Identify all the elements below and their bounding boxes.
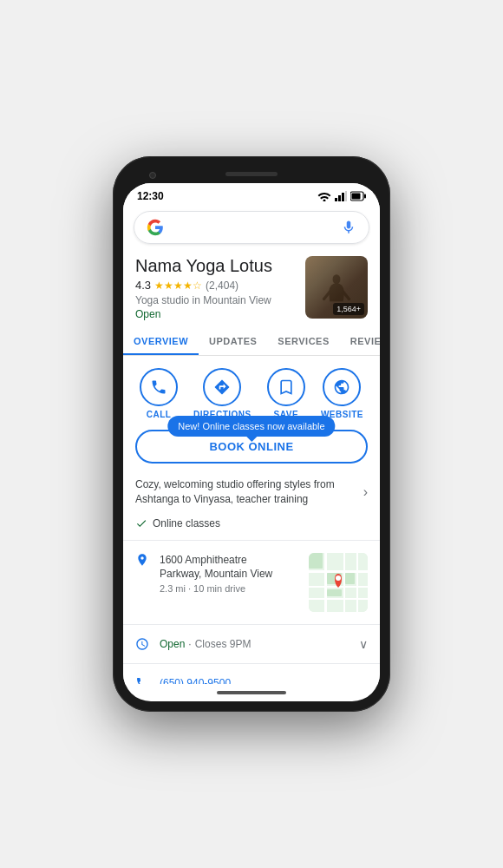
chevron-down-icon[interactable]: ∨ xyxy=(359,637,368,651)
address-info: 1600 Amphitheatre Parkway, Mountain View… xyxy=(160,553,298,595)
call-circle xyxy=(140,368,178,406)
website-button[interactable]: WEBSITE xyxy=(321,368,363,419)
tabs-row: OVERVIEW UPDATES SERVICES REVIEWS P xyxy=(123,329,380,356)
home-indicator[interactable] xyxy=(217,691,286,694)
svg-rect-9 xyxy=(309,570,368,573)
phone-speaker xyxy=(225,172,278,176)
divider-3 xyxy=(123,663,380,664)
website-circle xyxy=(323,368,361,406)
address-street: 1600 Amphitheatre xyxy=(160,553,298,568)
photo-count: 1,564+ xyxy=(333,303,364,315)
directions-button[interactable]: DIRECTIONS xyxy=(193,368,252,419)
wifi-icon xyxy=(317,191,331,201)
svg-rect-2 xyxy=(342,193,344,201)
phone-number-icon xyxy=(135,676,149,684)
status-bar: 12:30 xyxy=(123,183,380,206)
address-distance: 2.3 mi · 10 min drive xyxy=(160,583,298,594)
description-row[interactable]: Cozy, welcoming studio offering styles f… xyxy=(123,470,380,514)
phone-top xyxy=(123,167,380,183)
hours-separator: · xyxy=(188,638,191,650)
online-classes-text: Online classes xyxy=(153,517,220,529)
location-icon xyxy=(135,553,149,567)
svg-rect-1 xyxy=(338,195,341,201)
svg-rect-3 xyxy=(345,191,347,201)
review-count: (2,404) xyxy=(206,279,238,292)
phone-number-text[interactable]: (650) 940-9500 xyxy=(160,677,231,684)
svg-rect-5 xyxy=(364,194,366,199)
address-city: Parkway, Mountain View xyxy=(160,567,298,582)
google-logo xyxy=(147,219,164,236)
map-preview xyxy=(309,553,368,612)
book-btn-container: New! Online classes now available BOOK O… xyxy=(123,424,380,470)
save-button[interactable]: SAVE xyxy=(267,368,305,419)
svg-point-19 xyxy=(336,575,341,581)
place-name: Nama Yoga Lotus xyxy=(135,256,297,276)
phone-bottom-bar xyxy=(123,684,380,701)
screen-content: Nama Yoga Lotus 4.3 ★★★★☆ (2,404) Yoga s… xyxy=(123,206,380,684)
actions-row: CALL DIRECTIONS xyxy=(123,356,380,424)
place-info: Nama Yoga Lotus 4.3 ★★★★☆ (2,404) Yoga s… xyxy=(135,256,297,320)
clock-icon xyxy=(135,637,149,651)
status-icons xyxy=(317,191,366,201)
svg-rect-0 xyxy=(335,198,337,201)
status-time: 12:30 xyxy=(137,190,164,202)
tab-reviews[interactable]: REVIEWS xyxy=(340,329,380,355)
tooltip-bubble: New! Online classes now available xyxy=(167,416,335,437)
rating-number: 4.3 xyxy=(135,279,151,292)
microphone-icon[interactable] xyxy=(341,220,356,235)
svg-rect-16 xyxy=(345,573,355,584)
hours-row[interactable]: Open · Closes 9PM ∨ xyxy=(123,628,380,660)
stars: ★★★★☆ xyxy=(154,279,202,292)
chevron-right-icon: › xyxy=(363,484,368,500)
divider-1 xyxy=(123,540,380,541)
svg-rect-6 xyxy=(352,194,361,200)
call-button[interactable]: CALL xyxy=(140,368,178,419)
phone-device: 12:30 xyxy=(113,156,390,712)
svg-rect-18 xyxy=(309,553,323,569)
divider-2 xyxy=(123,624,380,625)
hours-close: Closes 9PM xyxy=(195,638,252,650)
battery-icon xyxy=(350,191,366,201)
phone-row[interactable]: (650) 940-9500 xyxy=(123,667,380,684)
phone-call-icon xyxy=(150,378,167,396)
tab-services[interactable]: SERVICES xyxy=(267,329,339,355)
svg-rect-12 xyxy=(324,553,327,612)
tab-overview[interactable]: OVERVIEW xyxy=(123,329,199,355)
description-text: Cozy, welcoming studio offering styles f… xyxy=(135,477,355,507)
address-row[interactable]: 1600 Amphitheatre Parkway, Mountain View… xyxy=(123,544,380,621)
phone-camera xyxy=(149,172,156,179)
place-status: Open xyxy=(135,308,297,320)
save-icon xyxy=(278,378,295,396)
phone-screen: 12:30 xyxy=(123,183,380,701)
place-section: Nama Yoga Lotus 4.3 ★★★★☆ (2,404) Yoga s… xyxy=(123,253,380,329)
tab-updates[interactable]: UPDATES xyxy=(199,329,267,355)
save-circle xyxy=(267,368,305,406)
place-thumbnail[interactable]: 1,564+ xyxy=(305,256,368,319)
svg-rect-13 xyxy=(343,553,345,612)
call-label: CALL xyxy=(147,410,172,419)
search-bar[interactable] xyxy=(134,211,369,244)
svg-rect-14 xyxy=(356,553,358,612)
signal-icon xyxy=(335,191,347,201)
map-thumbnail[interactable] xyxy=(309,553,368,612)
place-header: Nama Yoga Lotus 4.3 ★★★★☆ (2,404) Yoga s… xyxy=(135,256,368,320)
hours-info: Open · Closes 9PM xyxy=(160,638,349,650)
directions-icon xyxy=(213,378,231,396)
rating-row: 4.3 ★★★★☆ (2,404) xyxy=(135,279,297,292)
svg-point-7 xyxy=(333,274,341,284)
svg-rect-17 xyxy=(327,589,342,596)
online-classes-row: Online classes xyxy=(123,514,380,536)
place-type: Yoga studio in Mountain View xyxy=(135,294,297,306)
svg-rect-11 xyxy=(309,598,368,600)
hours-open: Open xyxy=(160,638,185,650)
website-icon xyxy=(333,378,350,396)
directions-circle xyxy=(203,368,241,406)
checkmark-icon xyxy=(135,517,147,529)
google-g-icon xyxy=(147,219,164,236)
